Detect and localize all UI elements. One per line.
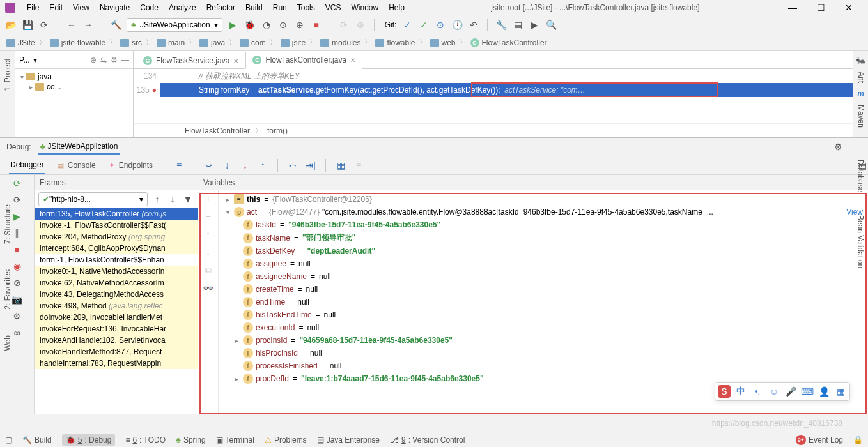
coverage-icon[interactable]: ◔ <box>261 19 272 31</box>
breadcrumb-item[interactable]: jsite-flowable <box>50 38 105 47</box>
step-over-icon[interactable]: ⤻ <box>203 160 215 171</box>
menu-build[interactable]: Build <box>240 2 268 13</box>
ime-emoji-icon[interactable]: ☺ <box>768 385 780 398</box>
variable-row[interactable]: f hisProcInsId = null <box>221 347 865 360</box>
menu-refactor[interactable]: Refactor <box>201 2 240 13</box>
tab-console[interactable]: ▤Console <box>56 157 97 174</box>
settings-icon[interactable]: 🔧 <box>495 19 507 31</box>
frame-item[interactable]: invoke:204, MethodProxy (org.spring <box>35 231 198 243</box>
run-icon[interactable]: ▶ <box>228 19 239 31</box>
step-out-icon[interactable]: ↑ <box>257 160 268 171</box>
breadcrumb-item[interactable]: flowable <box>375 38 415 47</box>
ime-voice-icon[interactable]: 🎤 <box>784 385 797 398</box>
up-icon[interactable]: ↑ <box>203 229 214 240</box>
tab-endpoints[interactable]: ✦Endpoints <box>107 157 154 174</box>
show-exec-point-icon[interactable]: ≡ <box>173 160 185 171</box>
menu-view[interactable]: View <box>68 2 95 13</box>
git-history-icon[interactable]: 🕐 <box>451 19 463 31</box>
minimize-button[interactable]: — <box>781 2 804 13</box>
close-icon[interactable]: ✕ <box>350 57 355 64</box>
variable-row[interactable]: f taskId = "946b3fbe-15d7-11ea-9f45-4a5a… <box>221 218 865 231</box>
git-update-icon[interactable]: ✓ <box>401 19 413 31</box>
variable-row[interactable]: ▸≡ this = {FlowTaskController@12206} <box>221 193 865 206</box>
variable-row[interactable]: f processIsFinished = null <box>221 360 865 372</box>
frame-item[interactable]: form:135, FlowTaskController (com.js <box>35 208 198 220</box>
variable-row[interactable]: f createTime = null <box>221 283 865 296</box>
sb-build[interactable]: 🔨Build <box>22 436 52 444</box>
menu-window[interactable]: Window <box>346 2 384 13</box>
tab-web[interactable]: Web <box>3 335 12 351</box>
debug-icon[interactable]: 🐞 <box>244 19 256 31</box>
breadcrumb-item[interactable]: java <box>199 38 225 47</box>
expand-icon[interactable]: ⊕ <box>90 56 97 64</box>
breadcrumb-item[interactable]: main <box>157 38 185 47</box>
search-everywhere-icon[interactable]: 🔍 <box>545 19 557 31</box>
breadcrumb-item[interactable]: CFlowTaskController <box>470 38 547 47</box>
git-compare-icon[interactable]: ⊙ <box>435 19 446 31</box>
breadcrumb-item[interactable]: com <box>240 38 266 47</box>
menu-edit[interactable]: Edit <box>44 2 68 13</box>
close-icon[interactable]: ✕ <box>233 57 238 64</box>
ime-toolbar[interactable]: S 中 •, ☺ 🎤 ⌨ 👤 ▦ <box>715 382 850 401</box>
variable-row[interactable]: f assigneeName = null <box>221 270 865 283</box>
hide-icon[interactable]: — <box>121 56 129 64</box>
variable-row[interactable]: f executionId = null <box>221 321 865 334</box>
sb-todo[interactable]: ≡6: TODO <box>125 436 166 444</box>
profile-icon[interactable]: ⊙ <box>277 19 289 31</box>
down-icon[interactable]: ↓ <box>203 246 214 258</box>
frame-item[interactable]: invoke:498, Method (java.lang.reflec <box>35 300 198 312</box>
ime-toolbox-icon[interactable]: ▦ <box>834 385 847 398</box>
glasses-icon[interactable]: 👓 <box>203 282 214 294</box>
sb-terminal[interactable]: ▣Terminal <box>216 436 254 444</box>
tab-bean-validation[interactable]: Bean Validation <box>856 215 865 268</box>
thread-dropdown[interactable]: ✔"http-nio-8...▾ <box>38 192 148 206</box>
variable-row[interactable]: f hisTaskEndTime = null <box>221 308 865 321</box>
sb-version-control[interactable]: ⎇9: Version Control <box>390 436 465 444</box>
git-commit-icon[interactable]: ✓ <box>418 19 430 31</box>
next-frame-icon[interactable]: ↓ <box>167 193 178 205</box>
menu-run[interactable]: Run <box>268 2 292 13</box>
frame-item[interactable]: invoke:62, NativeMethodAccessorIm <box>35 277 198 289</box>
menu-file[interactable]: File <box>22 2 44 13</box>
frame-item[interactable]: invoke0:-1, NativeMethodAccessorIn <box>35 266 198 277</box>
bc-method[interactable]: form() <box>267 126 288 135</box>
prev-frame-icon[interactable]: ↑ <box>151 193 163 205</box>
frame-item[interactable]: handleInternal:783, RequestMappin <box>35 358 198 369</box>
remove-watch-icon[interactable]: − <box>203 211 214 222</box>
menu-analyze[interactable]: Analyze <box>164 2 201 13</box>
trace-icon[interactable]: ≡ <box>353 160 364 171</box>
sb-toggle-icon[interactable]: ▢ <box>5 436 12 444</box>
breakpoint-icon[interactable]: ● <box>152 83 157 97</box>
sb-debug[interactable]: 🐞5: Debug <box>62 434 116 446</box>
copy-icon[interactable]: ⧉ <box>203 264 214 276</box>
sb-event-log[interactable]: 9+Event Log <box>796 435 843 445</box>
step-into-icon[interactable]: ↓ <box>221 160 233 171</box>
back-icon[interactable]: ← <box>66 19 77 31</box>
breadcrumb-item[interactable]: jsite <box>281 38 306 47</box>
collapse-icon[interactable]: ⇆ <box>100 56 107 64</box>
save-icon[interactable]: 💾 <box>22 19 33 31</box>
run-to-cursor-icon[interactable]: ⇥| <box>305 160 316 171</box>
breadcrumb-item[interactable]: web <box>430 38 456 47</box>
breadcrumb-item[interactable]: modules <box>320 38 360 47</box>
attach-icon[interactable]: ⊕ <box>294 19 306 31</box>
gear-icon[interactable]: ⚙ <box>832 141 844 153</box>
refresh-icon[interactable]: ⟳ <box>38 19 50 31</box>
menu-navigate[interactable]: Navigate <box>95 2 135 13</box>
menu-help[interactable]: Help <box>384 2 410 13</box>
maximize-button[interactable]: ☐ <box>809 2 832 13</box>
filter-icon[interactable]: ▼ <box>182 193 194 205</box>
frames-list[interactable]: form:135, FlowTaskController (com.jsinvo… <box>35 208 198 414</box>
add-watch-icon[interactable]: + <box>203 193 214 204</box>
frame-item[interactable]: invokeAndHandle:102, ServletInvoca <box>35 335 198 346</box>
breadcrumb-item[interactable]: src <box>120 38 142 47</box>
stop-icon[interactable]: ■ <box>311 19 322 31</box>
code-content[interactable]: // 获取流程XML 上的表单KEY String formKey = actT… <box>160 69 853 123</box>
frame-item[interactable]: invokeForRequest:136, InvocableHar <box>35 323 198 335</box>
expand-arrow-icon[interactable]: ▸ <box>224 196 231 203</box>
tab-maven[interactable]: Maven <box>856 105 865 128</box>
variable-row[interactable]: ▸f procInsId = "94659a68-15d7-11ea-9f45-… <box>221 334 865 347</box>
tab-structure[interactable]: 7: Structure <box>3 204 12 244</box>
expand-arrow-icon[interactable]: ▸ <box>233 337 240 344</box>
variable-row[interactable]: f assignee = null <box>221 257 865 270</box>
